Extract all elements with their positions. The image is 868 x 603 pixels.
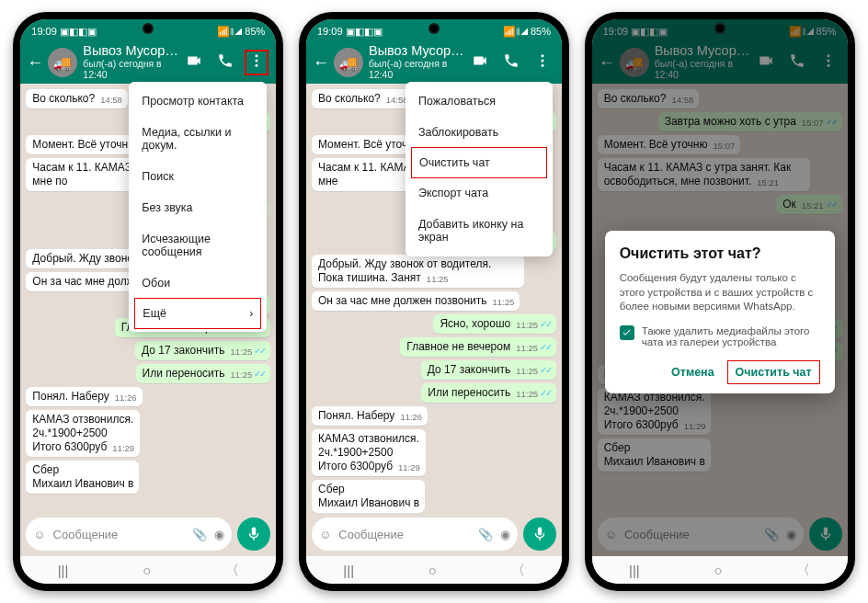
emoji-icon[interactable]: ☺	[33, 528, 45, 541]
menu-wallpaper[interactable]: Обои	[129, 267, 267, 299]
chevron-right-icon: ›	[249, 307, 253, 320]
chat-subtitle: был(-а) сегодня в 12:40	[83, 59, 182, 80]
more-submenu: Пожаловаться Заблокировать Очистить чат …	[405, 82, 553, 256]
svg-point-0	[256, 54, 258, 57]
phone-1: 19:09▣◧◧▣ 📶⫴◢85% ← 🚚 Вывоз Мусора 2 был(…	[13, 12, 283, 591]
msg-in[interactable]: Понял. Наберу11:26	[312, 406, 428, 426]
msg-out[interactable]: Или переносить11:25✓✓	[136, 364, 271, 383]
msg-out[interactable]: Или переносить11:25✓✓	[421, 383, 556, 403]
camera-hole	[716, 25, 724, 32]
input-placeholder: Сообщение	[53, 528, 186, 541]
msg-in[interactable]: КАМАЗ отзвонился. 2ч.*1900+2500 Итого 63…	[312, 429, 426, 476]
nav-home[interactable]: ○	[714, 563, 722, 578]
menu-block[interactable]: Заблокировать	[405, 117, 553, 148]
phone-2: 19:09▣◧◧▣ 📶⫴◢85% ← 🚚 Вывоз Мусора 2 был(…	[299, 12, 569, 591]
more-options-icon[interactable]	[534, 52, 551, 73]
menu-view-contact[interactable]: Просмотр контакта	[129, 85, 267, 117]
options-menu: Просмотр контакта Медиа, ссылки и докум.…	[129, 82, 267, 332]
back-arrow-icon[interactable]: ←	[26, 53, 44, 73]
video-call-icon[interactable]	[472, 52, 488, 73]
title-block[interactable]: Вывоз Мусора 2 был(-а) сегодня в 12:40	[83, 44, 182, 80]
phone-3: 19:09▣◧◧▣ 📶⫴◢85% ← 🚚 Вывоз Мусора 2 был(…	[585, 12, 855, 591]
msg-in[interactable]: Добрый. Жду звонок от водителя. Пока тиш…	[312, 255, 524, 288]
msg-out[interactable]: До 17 закончить11:25✓✓	[421, 360, 556, 380]
msg-in[interactable]: Понял. Наберу11:26	[26, 387, 142, 406]
menu-report[interactable]: Пожаловаться	[405, 85, 553, 117]
chat-title: Вывоз Мусора 2	[83, 44, 182, 59]
menu-search[interactable]: Поиск	[129, 161, 267, 192]
clear-chat-dialog: Очистить этот чат? Сообщения будут удале…	[605, 231, 835, 393]
video-call-icon[interactable]	[186, 52, 202, 73]
clock: 19:09	[31, 26, 57, 37]
attach-icon[interactable]: 📎	[192, 528, 207, 541]
svg-point-1	[256, 60, 258, 63]
menu-media[interactable]: Медиа, ссылки и докум.	[129, 117, 267, 161]
camera-icon[interactable]: ◉	[214, 528, 224, 541]
checkbox-checked-icon[interactable]	[620, 325, 634, 340]
emoji-icon[interactable]: ☺	[319, 528, 331, 541]
svg-point-2	[256, 64, 258, 67]
dialog-checkbox-row[interactable]: Также удалить медиафайлы этого чата из г…	[620, 325, 820, 347]
camera-icon[interactable]: ◉	[500, 528, 510, 541]
msg-in[interactable]: Момент. Всё уточн	[312, 135, 419, 154]
cancel-button[interactable]: Отмена	[668, 360, 718, 384]
screen: 19:09▣◧◧▣ 📶⫴◢85% ← 🚚 Вывоз Мусора 2 был(…	[306, 19, 562, 584]
message-input[interactable]: ☺ Сообщение 📎 ◉	[312, 518, 518, 551]
nav-bar: ||| ○ 〈	[592, 556, 848, 584]
msg-out[interactable]: Ясно, хорошо11:25✓✓	[433, 314, 556, 334]
msg-in[interactable]: Во сколько?14:58	[26, 89, 128, 108]
voice-call-icon[interactable]	[217, 52, 234, 73]
nav-bar: ||| ○ 〈	[306, 556, 562, 584]
svg-point-4	[541, 60, 543, 63]
camera-hole	[430, 25, 438, 32]
nav-bar: ||| ○ 〈	[20, 556, 276, 584]
dialog-body: Сообщения будут удалены только с этого у…	[620, 271, 820, 314]
nav-back[interactable]: 〈	[225, 562, 239, 579]
menu-clear-chat[interactable]: Очистить чат	[411, 147, 547, 178]
more-options-icon[interactable]	[245, 50, 268, 75]
confirm-clear-button[interactable]: Очистить чат	[727, 360, 820, 384]
menu-add-shortcut[interactable]: Добавить иконку на экран	[405, 209, 553, 253]
nav-recent[interactable]: |||	[629, 563, 640, 578]
msg-in[interactable]: Он за час мне должен позвонить11:25	[312, 291, 520, 311]
msg-in[interactable]: Момент. Всё уточн	[26, 135, 133, 154]
avatar[interactable]: 🚚	[48, 48, 77, 77]
msg-in[interactable]: Во сколько?14:58	[312, 89, 414, 108]
msg-out[interactable]: До 17 закончить11:25✓✓	[135, 341, 270, 360]
mic-button[interactable]	[523, 518, 556, 551]
svg-point-5	[541, 64, 543, 67]
msg-in[interactable]: Сбер Михаил Иванович в	[26, 461, 139, 494]
msg-out[interactable]: Главное не вечером11:25✓✓	[400, 337, 556, 357]
menu-more[interactable]: Ещё›	[134, 298, 261, 329]
battery: 85%	[245, 26, 265, 37]
screen: 19:09▣◧◧▣ 📶⫴◢85% ← 🚚 Вывоз Мусора 2 был(…	[592, 19, 848, 584]
chat-header: ← 🚚 Вывоз Мусора 2 был(-а) сегодня в 12:…	[306, 41, 562, 84]
back-arrow-icon[interactable]: ←	[312, 53, 330, 73]
msg-in[interactable]: КАМАЗ отзвонился. 2ч.*1900+2500 Итого 63…	[26, 410, 140, 457]
checkbox-label: Также удалить медиафайлы этого чата из г…	[642, 325, 820, 347]
screen: 19:09▣◧◧▣ 📶⫴◢85% ← 🚚 Вывоз Мусора 2 был(…	[20, 19, 276, 584]
notif-icons: ▣◧◧▣	[60, 26, 97, 38]
avatar[interactable]: 🚚	[334, 48, 363, 77]
title-block[interactable]: Вывоз Мусора 2 был(-а) сегодня в 12:40	[369, 44, 468, 80]
nav-back[interactable]: 〈	[796, 562, 810, 579]
input-row: ☺ Сообщение 📎 ◉	[20, 513, 276, 556]
attach-icon[interactable]: 📎	[478, 528, 493, 541]
nav-back[interactable]: 〈	[511, 562, 525, 579]
menu-disappearing[interactable]: Исчезающие сообщения	[129, 223, 267, 267]
signal-icons: 📶⫴◢	[217, 26, 242, 38]
mic-button[interactable]	[237, 518, 270, 551]
nav-recent[interactable]: |||	[58, 563, 69, 578]
dialog-title: Очистить этот чат?	[620, 245, 820, 262]
menu-export[interactable]: Экспорт чата	[405, 177, 553, 209]
voice-call-icon[interactable]	[503, 52, 520, 73]
nav-home[interactable]: ○	[143, 563, 151, 578]
message-input[interactable]: ☺ Сообщение 📎 ◉	[26, 518, 232, 551]
chat-header: ← 🚚 Вывоз Мусора 2 был(-а) сегодня в 12:…	[20, 41, 276, 84]
nav-home[interactable]: ○	[428, 563, 437, 578]
input-row: ☺ Сообщение 📎 ◉	[306, 513, 562, 556]
msg-in[interactable]: Сбер Михаил Иванович в	[312, 480, 425, 513]
menu-mute[interactable]: Без звука	[129, 192, 267, 223]
nav-recent[interactable]: |||	[343, 563, 354, 578]
camera-hole	[144, 25, 152, 32]
